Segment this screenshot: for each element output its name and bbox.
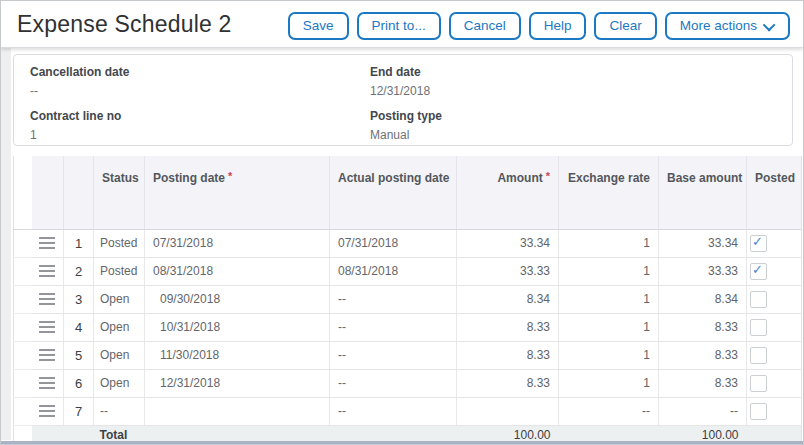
drag-handle-cell: [32, 341, 64, 369]
status-cell: Posted: [94, 229, 145, 257]
required-asterisk: *: [546, 170, 550, 182]
field-end-date-label: End date: [370, 65, 776, 79]
amount-cell: 33.33: [457, 257, 559, 285]
column-header-line-number: [64, 156, 94, 229]
posted-checkbox[interactable]: [750, 403, 767, 420]
row-gutter-cell: [14, 397, 32, 425]
actual-posting-date-cell: --: [330, 369, 457, 397]
drag-handle-cell: [32, 397, 64, 425]
posted-checkbox[interactable]: [750, 235, 767, 252]
field-posting-type: Posting typeManual: [370, 101, 776, 145]
field-cancellation-date: Cancellation date--: [30, 57, 370, 101]
base-amount-cell: 33.34: [659, 229, 747, 257]
save-button-label: Save: [303, 17, 334, 35]
save-button[interactable]: Save: [288, 12, 349, 40]
posted-cell: [747, 257, 802, 285]
exchange-rate-cell: 1: [559, 313, 659, 341]
status-cell: Open: [94, 313, 145, 341]
field-cancellation-date-value: --: [30, 84, 370, 98]
exchange-rate-cell: 1: [559, 257, 659, 285]
amount-cell: 8.34: [457, 285, 559, 313]
field-end-date: End date12/31/2018: [370, 57, 776, 101]
table-row: 6Open12/31/2018--8.3318.33: [14, 369, 802, 397]
column-header-status-label: Status: [102, 171, 139, 185]
field-cancellation-date-label: Cancellation date: [30, 65, 370, 79]
actual-posting-date-cell: 07/31/2018: [330, 229, 457, 257]
more-actions-button-label: More actions: [680, 17, 757, 35]
table-body: 1Posted07/31/201807/31/201833.34133.342P…: [14, 229, 802, 425]
posting-date-cell: 11/30/2018: [145, 341, 330, 369]
help-button[interactable]: Help: [529, 12, 587, 40]
action-buttons: SavePrint to...CancelHelpClearMore actio…: [288, 12, 790, 40]
column-header-exchange-rate-label: Exchange rate: [568, 171, 650, 185]
posted-checkbox[interactable]: [750, 319, 767, 336]
page-header: Expense Schedule 2 SavePrint to...Cancel…: [1, 1, 803, 48]
chevron-down-icon: [763, 18, 776, 31]
row-gutter-cell: [14, 369, 32, 397]
amount-cell: 8.33: [457, 341, 559, 369]
row-gutter-cell: [14, 285, 32, 313]
drag-handle-cell: [32, 369, 64, 397]
print-to-button[interactable]: Print to...: [357, 12, 441, 40]
status-cell: --: [94, 397, 145, 425]
field-contract-line-no: Contract line no1: [30, 101, 370, 145]
posted-cell: [747, 397, 802, 425]
base-amount-cell: 8.34: [659, 285, 747, 313]
drag-handle-icon[interactable]: [32, 342, 64, 369]
field-posting-type-label: Posting type: [370, 109, 776, 123]
table-row: 7--------: [14, 397, 802, 425]
record-fields-panel: Cancellation date--End date12/31/2018Con…: [13, 54, 793, 146]
drag-handle-cell: [32, 257, 64, 285]
drag-handle-icon[interactable]: [32, 230, 64, 257]
field-posting-type-value: Manual: [370, 128, 776, 142]
posting-date-cell: [145, 397, 330, 425]
actual-posting-date-cell: 08/31/2018: [330, 257, 457, 285]
drag-handle-icon[interactable]: [32, 370, 64, 397]
cancel-button[interactable]: Cancel: [449, 12, 521, 40]
drag-handle-icon[interactable]: [32, 314, 64, 341]
row-gutter-cell: [14, 313, 32, 341]
clear-button-label: Clear: [609, 17, 641, 35]
posting-date-cell: 09/30/2018: [145, 285, 330, 313]
field-contract-line-no-label: Contract line no: [30, 109, 370, 123]
column-header-gutter: [14, 156, 32, 229]
drag-handle-icon[interactable]: [32, 286, 64, 313]
drag-handle-cell: [32, 285, 64, 313]
drag-handle-icon[interactable]: [32, 398, 64, 425]
column-header-posting-date-label: Posting date: [153, 171, 225, 185]
row-gutter-cell: [14, 257, 32, 285]
line-number-cell: 4: [64, 313, 94, 341]
posted-checkbox[interactable]: [750, 375, 767, 392]
status-cell: Open: [94, 341, 145, 369]
amount-cell: 8.33: [457, 369, 559, 397]
column-header-exchange-rate: Exchange rate: [559, 156, 659, 229]
base-amount-cell: --: [659, 397, 747, 425]
field-end-date-value: 12/31/2018: [370, 84, 776, 98]
line-number-cell: 1: [64, 229, 94, 257]
cancel-button-label: Cancel: [464, 17, 506, 35]
help-button-label: Help: [544, 17, 572, 35]
column-header-actual-posting-date: Actual posting date: [330, 156, 457, 229]
print-to-button-label: Print to...: [372, 17, 426, 35]
field-contract-line-no-value: 1: [30, 128, 370, 142]
column-header-base-amount: Base amount: [659, 156, 747, 229]
exchange-rate-cell: --: [559, 397, 659, 425]
more-actions-button[interactable]: More actions: [665, 12, 790, 40]
exchange-rate-cell: 1: [559, 369, 659, 397]
posted-checkbox[interactable]: [750, 263, 767, 280]
posted-checkbox[interactable]: [750, 347, 767, 364]
clear-button[interactable]: Clear: [594, 12, 656, 40]
posted-cell: [747, 313, 802, 341]
row-gutter-cell: [14, 229, 32, 257]
base-amount-cell: 8.33: [659, 341, 747, 369]
posted-cell: [747, 369, 802, 397]
drag-handle-icon[interactable]: [32, 258, 64, 285]
column-header-amount: Amount*: [457, 156, 559, 229]
exchange-rate-cell: 1: [559, 285, 659, 313]
line-number-cell: 5: [64, 341, 94, 369]
drag-handle-cell: [32, 229, 64, 257]
base-amount-cell: 8.33: [659, 313, 747, 341]
amount-cell: 33.34: [457, 229, 559, 257]
table-row: 3Open09/30/2018--8.3418.34: [14, 285, 802, 313]
posted-checkbox[interactable]: [750, 291, 767, 308]
